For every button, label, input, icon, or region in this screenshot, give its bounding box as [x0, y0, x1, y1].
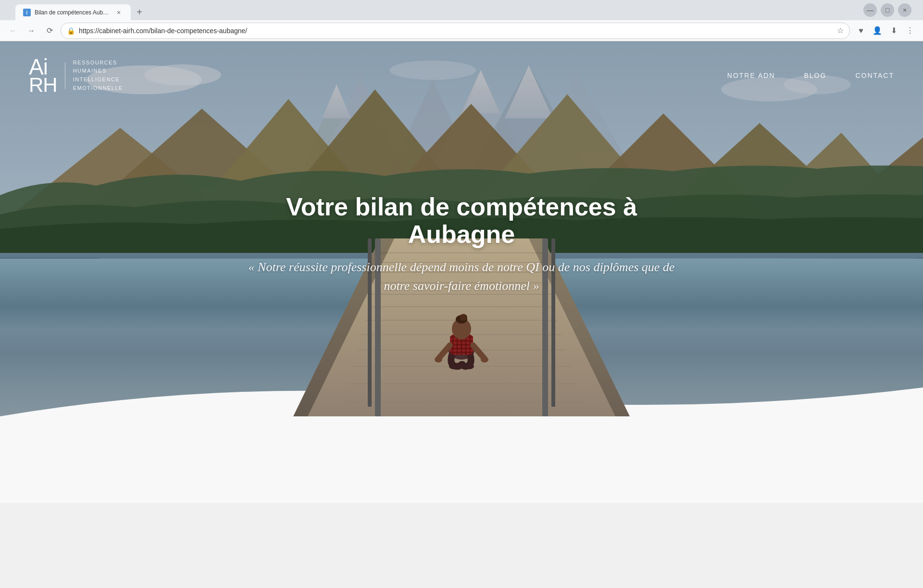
download-button[interactable]: ⬇ — [886, 24, 901, 38]
nav-item-contact[interactable]: CONTACT — [855, 72, 894, 79]
close-window-button[interactable]: × — [898, 3, 911, 17]
hero-text-block: Votre bilan de compétences à Aubagne « N… — [245, 193, 678, 295]
more-button[interactable]: ⋮ — [903, 24, 917, 38]
address-bar[interactable]: 🔒 ☆ — [61, 23, 850, 39]
browser-chrome: i Bilan de compétences Aubagne × + — □ ×… — [0, 0, 923, 41]
logo-mark: Ai RH — [29, 56, 57, 95]
browser-titlebar: i Bilan de compétences Aubagne × + — □ × — [0, 0, 923, 20]
svg-point-49 — [464, 363, 474, 369]
nav-item-blog[interactable]: BLOG — [804, 72, 826, 79]
extensions-button[interactable]: ♥ — [854, 24, 868, 38]
bookmark-icon[interactable]: ☆ — [837, 26, 844, 35]
back-button[interactable]: ← — [6, 24, 20, 38]
logo-tagline: RESSOURCES HUMAINES INTELLIGENCE EMOTION… — [73, 59, 123, 92]
browser-toolbar: ← → ⟳ 🔒 ☆ ♥ 👤 ⬇ ⋮ — [0, 20, 923, 41]
tab-favicon: i — [23, 9, 31, 16]
tab-title: Bilan de compétences Aubagne — [35, 9, 111, 16]
profile-button[interactable]: 👤 — [870, 24, 885, 38]
url-input[interactable] — [79, 27, 833, 35]
site-nav: Ai RH RESSOURCES HUMAINES INTELLIGENCE E… — [0, 41, 923, 110]
hero-section: Ai RH RESSOURCES HUMAINES INTELLIGENCE E… — [0, 41, 923, 416]
svg-point-67 — [481, 357, 488, 363]
logo-divider — [65, 62, 65, 89]
site-logo[interactable]: Ai RH RESSOURCES HUMAINES INTELLIGENCE E… — [29, 56, 123, 95]
svg-point-66 — [435, 357, 442, 363]
website-content: Ai RH RESSOURCES HUMAINES INTELLIGENCE E… — [0, 41, 923, 503]
hero-title: Votre bilan de compétences à Aubagne — [245, 193, 678, 248]
minimize-button[interactable]: — — [863, 3, 877, 17]
tab-close-button[interactable]: × — [114, 8, 123, 17]
forward-button[interactable]: → — [24, 24, 38, 38]
maximize-button[interactable]: □ — [881, 3, 894, 17]
hero-quote: « Notre réussite professionnelle dépend … — [245, 258, 678, 295]
active-tab[interactable]: i Bilan de compétences Aubagne × — [15, 4, 131, 21]
toolbar-actions: ♥ 👤 ⬇ ⋮ — [854, 24, 917, 38]
new-tab-button[interactable]: + — [133, 5, 146, 19]
svg-point-48 — [449, 363, 459, 369]
reload-button[interactable]: ⟳ — [42, 24, 57, 38]
svg-point-63 — [460, 314, 467, 321]
nav-menu: NOTRE ADN BLOG CONTACT — [727, 72, 894, 79]
bottom-section — [0, 416, 923, 503]
lock-icon: 🔒 — [67, 27, 75, 35]
tab-bar: i Bilan de compétences Aubagne × + — [10, 3, 152, 21]
nav-item-notre-adn[interactable]: NOTRE ADN — [727, 72, 775, 79]
